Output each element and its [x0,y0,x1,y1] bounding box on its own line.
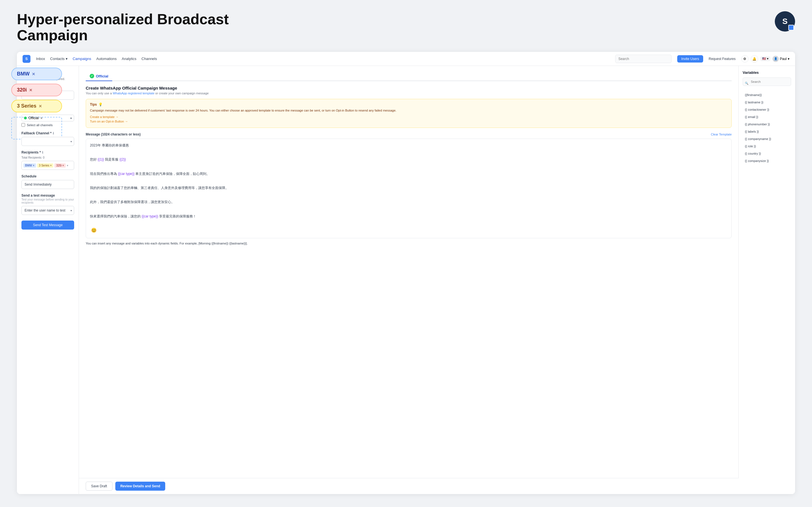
test-message-sub: Test your message before sending to your… [21,198,74,204]
app-window: S Inbox Contacts ▾ Campaigns Automations… [17,52,795,494]
channels-select-wrapper: Official ✕ ▾ [21,115,74,121]
schedule-label: Schedule [21,174,74,178]
schedule-field-section: Schedule [21,174,74,189]
message-label: Message (1024 characters or less) [86,132,141,136]
recipient-tag-bmw[interactable]: BMW × [23,163,36,168]
msg-line-1: 2023年 專屬你的車保優惠 [90,143,727,148]
var-contactowner[interactable]: {{ contactowner }} [743,106,791,113]
variables-search-wrapper [743,77,791,89]
variables-title: Variables [743,70,791,75]
recipients-total: Total Recipients: 0 [21,156,74,159]
msg-line-7: 我的的保險計劃涵蓋了您的車輛、第三者責任、人身意外及修理費用等，讓您享有全面保障… [90,185,727,191]
var-country[interactable]: {{ country }} [743,150,791,157]
nav-items: Inbox Contacts ▾ Campaigns Automations A… [36,57,157,61]
msg-line-5: 現在我們推出專為 {{car type}} 車主度身訂造的汽車保險，保障全面，貼… [90,171,727,177]
middle-panel-container: ✓ Official Create WhatsApp Official Camp… [79,66,739,494]
var-companysize[interactable]: {{ companysize }} [743,158,791,164]
emoji-button[interactable]: 😊 [90,226,98,234]
user-avatar: 👤 [772,56,779,62]
dynamic-fields-hint: You can insert any message and variables… [86,241,732,246]
msg-line-3: 您好 {{1}} 我是客服 {{2}} [90,157,727,162]
floating-tag-bmw[interactable]: BMW ✕ [11,68,62,80]
message-box[interactable]: 2023年 專屬你的車保優惠 您好 {{1}} 我是客服 {{2}} 現在我們推… [86,138,732,238]
middle-panel: ✓ Official Create WhatsApp Official Camp… [79,66,739,478]
var-role[interactable]: {{ role }} [743,143,791,150]
settings-icon[interactable]: ⚙ [741,55,749,62]
nav-logo: S [22,55,31,63]
fallback-select[interactable] [21,137,74,146]
test-user-select[interactable]: Enter the user name to test [21,206,74,215]
nav-campaigns[interactable]: Campaigns [73,57,91,61]
var-email[interactable]: {{ email }} [743,114,791,120]
user-menu[interactable]: 👤 Paul ▾ [772,56,790,62]
channel-chevron-icon: ▾ [70,117,71,120]
recipient-tag-3series[interactable]: 3 Series × [37,163,53,168]
channels-dropdown[interactable]: Official ✕ ▾ [21,115,74,121]
var-labels[interactable]: {{ labels }} [743,128,791,135]
recipients-label: Recipients * ℹ [21,151,74,154]
create-title: Create WhatsApp Official Campaign Messag… [86,86,732,91]
var-phonenumber[interactable]: {{ phonenumber }} [743,121,791,128]
content-area: Campaign Settings All the fields with * … [17,66,795,494]
opt-in-button-link[interactable]: Turn on an Opt-in Button → [90,120,727,123]
channel-remove-icon[interactable]: ✕ [40,117,43,120]
navbar: S Inbox Contacts ▾ Campaigns Automations… [17,52,795,66]
avatar: S [775,11,795,32]
msg-line-4 [90,164,727,169]
nav-contacts[interactable]: Contacts ▾ [50,57,68,61]
recipients-tags-input[interactable]: BMW × 3 Series × 320i × ▾ [21,161,74,170]
tips-box: Tips💡 Campaign message may not be delive… [86,99,732,128]
alert-icon[interactable]: 🔔 [751,55,758,62]
msg-line-8 [90,192,727,198]
tips-body: Campaign message may not be delivered if… [90,108,727,113]
whatsapp-tab-icon: ✓ [90,74,94,78]
msg-line-2 [90,150,727,155]
footer-note: This image is for demonstration purpose … [0,505,812,507]
language-flag[interactable]: 🇺🇸 ▾ [760,56,770,61]
send-test-button[interactable]: Send Test Message [21,221,74,230]
hero-title: Hyper-personalized Broadcast Campaign [17,11,243,43]
hero-section: Hyper-personalized Broadcast Campaign S [0,0,812,52]
channel-value: Official [29,116,39,120]
nav-channels[interactable]: Channels [142,57,157,61]
floating-tag-3series[interactable]: 3 Series ✕ [11,100,62,112]
floating-tags-area: BMW ✕ 320i ✕ 3 Series ✕ [11,68,62,139]
test-message-section: Send a test message Test your message be… [21,193,74,215]
whatsapp-icon [24,117,27,119]
tab-official[interactable]: ✓ Official [86,71,112,81]
msg-line-11: 快來選擇我們的汽車保險，讓您的 {{car type}} 享受最完善的保障服務！ [90,214,727,219]
msg-line-10 [90,207,727,212]
fallback-select-wrapper [21,137,74,146]
nav-icons: ⚙ 🔔 🇺🇸 ▾ 👤 Paul ▾ [741,55,790,62]
var-companyname[interactable]: {{ companyname }} [743,135,791,142]
tips-header: Tips💡 [90,103,727,107]
recipient-tag-320i[interactable]: 320i × [54,163,66,168]
bottom-action-bar: Save Draft Review Details and Send [79,478,739,494]
floating-tag-320i[interactable]: 320i ✕ [11,83,62,96]
invite-users-button[interactable]: Invite Users [677,55,703,62]
test-message-label: Send a test message [21,193,74,198]
recipients-field-section: Recipients * ℹ Total Recipients: 0 BMW ×… [21,151,74,170]
msg-line-6 [90,178,727,184]
tags-chevron-icon: ▾ [67,164,68,167]
create-subtitle: You can only use a WhatsApp registered t… [86,92,732,95]
schedule-input[interactable] [21,180,74,189]
recipients-info-icon: ℹ [42,151,43,154]
nav-search-input[interactable] [615,55,672,63]
request-features-link[interactable]: Request Features [709,57,735,61]
whatsapp-template-link[interactable]: WhatsApp registered template [113,92,154,95]
clear-template-button[interactable]: Clear Template [711,133,732,136]
nav-inbox[interactable]: Inbox [36,57,45,61]
review-details-send-button[interactable]: Review Details and Send [115,482,165,491]
test-user-select-wrapper: Enter the user name to test [21,206,74,215]
var-firstname[interactable]: {{firstname}} [743,92,791,98]
nav-automations[interactable]: Automations [96,57,117,61]
nav-analytics[interactable]: Analytics [122,57,137,61]
msg-line-9: 此外，我們還提供了多種附加保障選項，讓您更加安心。 [90,200,727,205]
save-draft-button[interactable]: Save Draft [86,482,112,491]
user-name: Paul [780,57,786,61]
create-template-link[interactable]: Create a template → [90,115,727,119]
var-lastname[interactable]: {{ lastname }} [743,99,791,106]
tab-bar: ✓ Official [86,71,732,81]
variables-search-input[interactable] [743,77,791,86]
